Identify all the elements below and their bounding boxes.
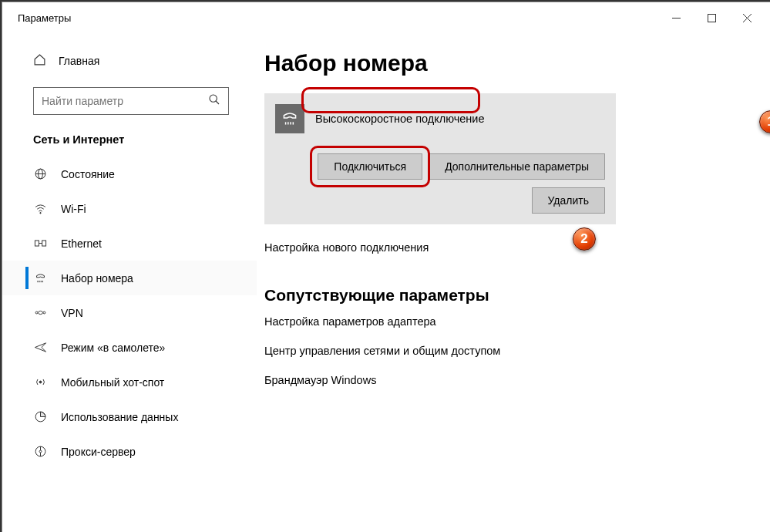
sidebar-item-label: Использование данных bbox=[61, 411, 178, 423]
sidebar-item-status[interactable]: Состояние bbox=[2, 157, 257, 191]
search-icon bbox=[208, 93, 220, 109]
delete-button[interactable]: Удалить bbox=[532, 187, 605, 214]
sidebar-item-label: Wi-Fi bbox=[61, 203, 86, 215]
close-button[interactable] bbox=[729, 2, 765, 33]
search-field[interactable] bbox=[42, 95, 208, 107]
sidebar-item-ethernet[interactable]: Ethernet bbox=[2, 226, 257, 261]
sidebar-item-proxy[interactable]: Прокси-сервер bbox=[2, 434, 257, 469]
svg-line-5 bbox=[216, 101, 219, 104]
svg-point-18 bbox=[43, 311, 45, 314]
svg-point-4 bbox=[210, 95, 217, 102]
sidebar-item-datausage[interactable]: Использование данных bbox=[2, 399, 257, 434]
sidebar-item-dialup[interactable]: Набор номера bbox=[2, 261, 257, 295]
connection-name: Высокоскоростное подключение bbox=[315, 113, 485, 125]
sidebar: Главная Сеть и Интернет Состояние bbox=[2, 33, 257, 532]
svg-rect-1 bbox=[708, 14, 715, 22]
new-connection-link[interactable]: Настройка нового подключения bbox=[264, 241, 749, 254]
svg-point-22 bbox=[39, 450, 42, 453]
annotation-marker-1: 1 bbox=[759, 110, 770, 133]
related-section-title: Сопутствующие параметры bbox=[264, 286, 749, 305]
svg-rect-11 bbox=[42, 241, 45, 246]
svg-point-9 bbox=[39, 212, 40, 213]
sidebar-item-label: VPN bbox=[61, 307, 83, 319]
connection-icon bbox=[275, 104, 304, 133]
connection-card[interactable]: Высокоскоростное подключение Подключитьс… bbox=[264, 93, 616, 224]
window-title: Параметры bbox=[18, 12, 71, 24]
annotation-box-1 bbox=[301, 87, 480, 113]
titlebar: Параметры bbox=[2, 2, 770, 33]
sidebar-category-header: Сеть и Интернет bbox=[2, 129, 257, 157]
svg-point-17 bbox=[35, 311, 38, 314]
globe-icon bbox=[33, 167, 47, 180]
hotspot-icon bbox=[33, 375, 47, 389]
home-icon bbox=[33, 53, 46, 69]
sidebar-item-wifi[interactable]: Wi-Fi bbox=[2, 191, 257, 226]
page-title: Набор номера bbox=[264, 50, 749, 76]
minimize-button[interactable] bbox=[658, 2, 694, 33]
sidebar-home[interactable]: Главная bbox=[2, 47, 257, 75]
related-link-firewall[interactable]: Брандмауэр Windows bbox=[264, 374, 749, 386]
vpn-icon bbox=[33, 306, 47, 319]
sidebar-item-label: Мобильный хот-спот bbox=[61, 376, 164, 389]
airplane-icon bbox=[33, 341, 47, 354]
main-content: Набор номера Высокоскоростное подключени… bbox=[257, 33, 770, 532]
sidebar-item-hotspot[interactable]: Мобильный хот-спот bbox=[2, 365, 257, 399]
connect-button[interactable]: Подключиться bbox=[318, 153, 422, 180]
sidebar-item-label: Прокси-сервер bbox=[61, 446, 136, 458]
advanced-button[interactable]: Дополнительные параметры bbox=[429, 153, 605, 180]
search-input[interactable] bbox=[33, 87, 229, 115]
sidebar-item-label: Набор номера bbox=[61, 272, 133, 285]
sidebar-item-label: Ethernet bbox=[61, 237, 102, 250]
svg-rect-10 bbox=[35, 241, 39, 246]
sidebar-home-label: Главная bbox=[59, 55, 99, 67]
maximize-button[interactable] bbox=[694, 2, 729, 33]
ethernet-icon bbox=[33, 237, 47, 250]
related-link-sharing[interactable]: Центр управления сетями и общим доступом bbox=[264, 345, 749, 357]
proxy-icon bbox=[33, 445, 47, 458]
sidebar-item-label: Режим «в самолете» bbox=[61, 342, 165, 354]
svg-point-19 bbox=[39, 381, 42, 383]
sidebar-item-vpn[interactable]: VPN bbox=[2, 295, 257, 330]
wifi-icon bbox=[33, 202, 47, 215]
related-link-adapter[interactable]: Настройка параметров адаптера bbox=[264, 315, 749, 328]
dialup-icon bbox=[33, 271, 47, 285]
sidebar-item-airplane[interactable]: Режим «в самолете» bbox=[2, 330, 257, 365]
datausage-icon bbox=[33, 410, 47, 423]
sidebar-item-label: Состояние bbox=[61, 168, 115, 180]
